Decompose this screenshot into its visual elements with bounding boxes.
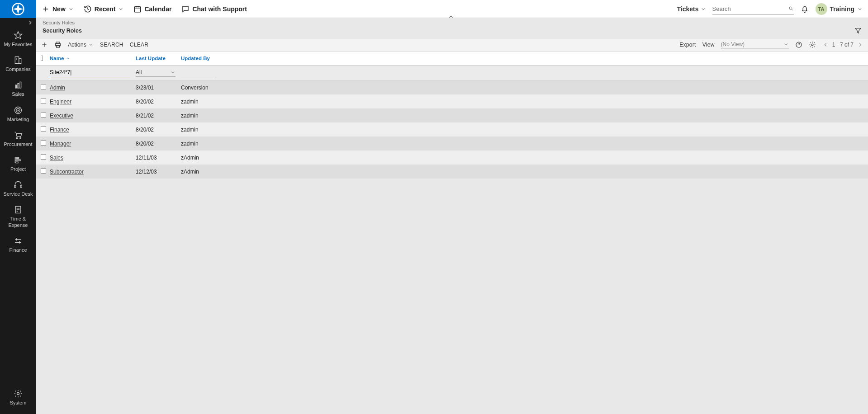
- sidebar-item-favorites[interactable]: My Favorites: [0, 27, 36, 52]
- table-row[interactable]: Subcontractor12/12/03zAdmin: [36, 165, 868, 179]
- sidebar-item-finance[interactable]: Finance: [0, 233, 36, 258]
- column-header-name[interactable]: Name: [47, 53, 133, 64]
- app-logo[interactable]: [0, 0, 36, 18]
- table-row[interactable]: Manager8/20/02zadmin: [36, 136, 868, 151]
- row-last-update-cell: 3/23/01: [133, 82, 178, 93]
- row-updated-by-cell: zadmin: [178, 110, 868, 121]
- grid-filter-row: All: [36, 66, 868, 80]
- star-icon: [14, 31, 23, 40]
- row-name-link[interactable]: Executive: [50, 113, 73, 119]
- recent-label: Recent: [95, 5, 116, 13]
- name-filter-input[interactable]: [50, 68, 130, 77]
- sidebar-item-sales[interactable]: Sales: [0, 77, 36, 102]
- row-checkbox[interactable]: [41, 98, 46, 104]
- select-all-checkbox[interactable]: [41, 56, 43, 61]
- user-menu[interactable]: TA Training: [816, 3, 863, 15]
- new-button[interactable]: New: [42, 5, 74, 13]
- svg-line-40: [792, 9, 793, 10]
- export-button[interactable]: Export: [679, 42, 696, 48]
- row-last-update-cell: 8/20/02: [133, 124, 178, 135]
- sidebar-collapse-toggle[interactable]: [0, 18, 36, 27]
- row-last-update-cell: 12/12/03: [133, 166, 178, 177]
- table-row[interactable]: Admin3/23/01Conversion: [36, 80, 868, 94]
- table-row[interactable]: Executive8/21/02zadmin: [36, 108, 868, 122]
- topbar-collapse-toggle[interactable]: [448, 14, 457, 18]
- calendar-label: Calendar: [144, 5, 171, 13]
- sidebar-item-label: Project: [10, 166, 26, 172]
- sidebar-item-marketing[interactable]: Marketing: [0, 102, 36, 127]
- next-page-icon[interactable]: [857, 42, 863, 48]
- row-checkbox[interactable]: [41, 154, 46, 160]
- column-header-last-update[interactable]: Last Update: [133, 53, 178, 64]
- row-checkbox-cell: [36, 108, 47, 122]
- row-name-link[interactable]: Finance: [50, 127, 69, 133]
- svg-point-14: [20, 137, 21, 139]
- svg-point-12: [18, 110, 19, 111]
- search-button[interactable]: SEARCH: [100, 42, 123, 48]
- clear-button[interactable]: CLEAR: [130, 42, 149, 48]
- chevron-down-icon: [88, 42, 94, 47]
- chevron-down-icon: [170, 70, 175, 75]
- sidebar-item-companies[interactable]: Companies: [0, 52, 36, 77]
- prev-page-icon[interactable]: [822, 42, 829, 48]
- table-row[interactable]: Engineer8/20/02zadmin: [36, 94, 868, 108]
- calendar-button[interactable]: Calendar: [133, 5, 171, 13]
- column-label: Name: [50, 56, 64, 61]
- row-checkbox[interactable]: [41, 112, 46, 118]
- sidebar-item-procurement[interactable]: Procurement: [0, 127, 36, 152]
- row-name-cell: Manager: [47, 138, 133, 149]
- settings-icon[interactable]: [809, 41, 816, 48]
- global-search[interactable]: [712, 4, 794, 14]
- actions-dropdown[interactable]: Actions: [68, 42, 94, 48]
- add-icon[interactable]: [41, 41, 48, 48]
- table-row[interactable]: Sales12/11/03zAdmin: [36, 151, 868, 165]
- column-header-updated-by[interactable]: Updated By: [178, 53, 868, 64]
- notifications-icon[interactable]: [800, 5, 809, 14]
- chat-icon: [181, 5, 190, 13]
- sidebar-item-servicedesk[interactable]: Service Desk: [0, 177, 36, 202]
- print-icon[interactable]: [54, 41, 62, 48]
- chevron-up-icon: [448, 14, 454, 20]
- sidebar-item-label: Companies: [5, 66, 31, 72]
- row-name-link[interactable]: Admin: [50, 85, 65, 91]
- tickets-dropdown[interactable]: Tickets: [677, 5, 706, 13]
- sidebar-item-system[interactable]: System: [0, 386, 36, 410]
- sidebar-item-label: Procurement: [4, 141, 33, 147]
- gantt-icon: [14, 155, 23, 165]
- row-checkbox-cell: [36, 80, 47, 94]
- row-checkbox[interactable]: [41, 126, 46, 132]
- chat-label: Chat with Support: [192, 5, 247, 13]
- table-row[interactable]: Finance8/20/02zadmin: [36, 122, 868, 136]
- view-select[interactable]: (No View): [721, 41, 789, 48]
- row-name-link[interactable]: Engineer: [50, 99, 71, 105]
- sort-asc-icon: [66, 56, 70, 61]
- chevron-down-icon: [783, 42, 789, 47]
- grid-header-row: Name Last Update Updated By: [36, 52, 868, 66]
- main-area: Security Roles Security Roles Actions SE…: [36, 18, 868, 414]
- sidebar-item-label: My Favorites: [4, 42, 33, 47]
- page-header: Security Roles: [36, 26, 868, 38]
- sidebar-item-label: Finance: [9, 247, 27, 253]
- filter-icon[interactable]: [854, 27, 862, 34]
- filter-cell-checkbox: [36, 70, 47, 75]
- row-checkbox[interactable]: [41, 84, 46, 89]
- view-value: (No View): [721, 41, 745, 47]
- row-name-cell: Engineer: [47, 96, 133, 107]
- sidebar-bottom: System: [0, 386, 36, 414]
- row-checkbox[interactable]: [41, 140, 46, 146]
- search-input[interactable]: [712, 4, 788, 14]
- recent-button[interactable]: Recent: [84, 5, 124, 13]
- updated-by-filter-input[interactable]: [181, 68, 216, 77]
- sidebar-item-timeexpense[interactable]: Time & Expense: [0, 202, 36, 232]
- receipt-icon: [14, 205, 23, 214]
- help-icon[interactable]: [795, 41, 802, 48]
- sidebar-item-project[interactable]: Project: [0, 152, 36, 177]
- chat-support-button[interactable]: Chat with Support: [181, 5, 247, 13]
- row-name-link[interactable]: Manager: [50, 141, 71, 147]
- toolbar-right: Export View (No View) 1 - 7 of 7: [679, 41, 863, 48]
- row-name-link[interactable]: Subcontractor: [50, 169, 84, 175]
- row-last-update-cell: 8/20/02: [133, 96, 178, 107]
- row-name-link[interactable]: Sales: [50, 155, 63, 161]
- row-checkbox[interactable]: [41, 168, 46, 174]
- last-update-filter-select[interactable]: All: [136, 69, 175, 77]
